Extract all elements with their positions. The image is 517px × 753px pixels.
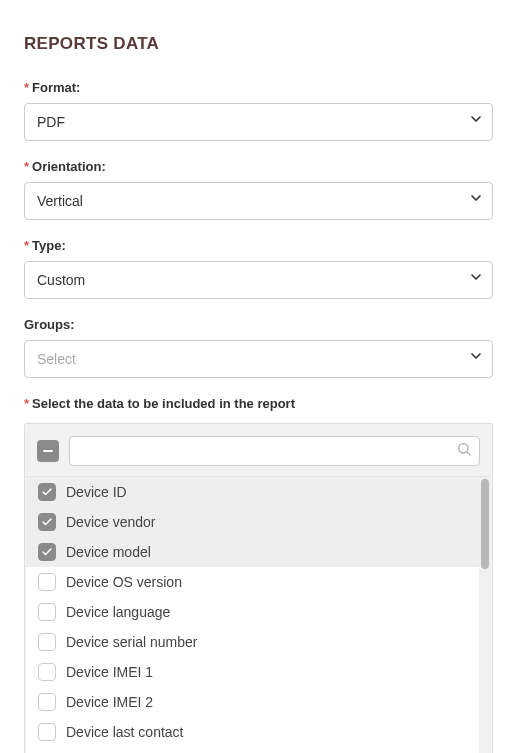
- list-item[interactable]: Device ID: [26, 477, 491, 507]
- list-item[interactable]: Device language: [26, 597, 491, 627]
- list-item[interactable]: Device vendor: [26, 507, 491, 537]
- format-label: *Format:: [24, 80, 493, 95]
- format-select[interactable]: PDF: [24, 103, 493, 141]
- list-item[interactable]: Device IMEI 1: [26, 657, 491, 687]
- checkbox[interactable]: [38, 573, 56, 591]
- svg-point-0: [459, 444, 468, 453]
- list-item[interactable]: Device model: [26, 537, 491, 567]
- type-label: *Type:: [24, 238, 493, 253]
- groups-select[interactable]: Select: [24, 340, 493, 378]
- checkbox[interactable]: [38, 663, 56, 681]
- chevron-down-icon: [468, 104, 484, 140]
- list-item-label: Device ID: [66, 484, 127, 500]
- toggle-all-checkbox[interactable]: [37, 440, 59, 462]
- list-item[interactable]: Device last contact (days): [26, 747, 491, 753]
- type-value: Custom: [37, 272, 85, 288]
- search-input[interactable]: [69, 436, 480, 466]
- field-type: *Type: Custom: [24, 238, 493, 299]
- list-item-label: Device IMEI 1: [66, 664, 153, 680]
- search-wrap: [69, 436, 480, 466]
- checkbox[interactable]: [38, 483, 56, 501]
- data-select-label: *Select the data to be included in the r…: [24, 396, 493, 411]
- list-item[interactable]: Device serial number: [26, 627, 491, 657]
- list-item-label: Device IMEI 2: [66, 694, 153, 710]
- checkbox[interactable]: [38, 693, 56, 711]
- field-groups: Groups: Select: [24, 317, 493, 378]
- groups-value: Select: [37, 351, 76, 367]
- chevron-down-icon: [468, 341, 484, 377]
- indeterminate-icon: [43, 450, 53, 453]
- svg-line-1: [467, 452, 470, 455]
- list-item-label: Device vendor: [66, 514, 156, 530]
- scroll-thumb[interactable]: [481, 479, 489, 569]
- field-format: *Format: PDF: [24, 80, 493, 141]
- scrollbar[interactable]: [479, 477, 491, 753]
- list-item[interactable]: Device last contact: [26, 717, 491, 747]
- data-list: Device IDDevice vendorDevice modelDevice…: [26, 476, 491, 753]
- list-item-label: Device model: [66, 544, 151, 560]
- type-select[interactable]: Custom: [24, 261, 493, 299]
- orientation-label: *Orientation:: [24, 159, 493, 174]
- checkbox[interactable]: [38, 723, 56, 741]
- field-orientation: *Orientation: Vertical: [24, 159, 493, 220]
- data-panel-header: [25, 424, 492, 476]
- format-value: PDF: [37, 114, 65, 130]
- list-item[interactable]: Device OS version: [26, 567, 491, 597]
- orientation-value: Vertical: [37, 193, 83, 209]
- checkbox[interactable]: [38, 543, 56, 561]
- list-item-label: Device language: [66, 604, 170, 620]
- checkbox[interactable]: [38, 633, 56, 651]
- chevron-down-icon: [468, 183, 484, 219]
- checkbox[interactable]: [38, 603, 56, 621]
- list-item[interactable]: Device IMEI 2: [26, 687, 491, 717]
- list-item-label: Device serial number: [66, 634, 198, 650]
- section-title: REPORTS DATA: [24, 34, 493, 54]
- data-select-panel: Device IDDevice vendorDevice modelDevice…: [24, 423, 493, 753]
- checkbox[interactable]: [38, 513, 56, 531]
- list-item-label: Device OS version: [66, 574, 182, 590]
- chevron-down-icon: [468, 262, 484, 298]
- search-icon: [456, 441, 472, 461]
- groups-label: Groups:: [24, 317, 493, 332]
- orientation-select[interactable]: Vertical: [24, 182, 493, 220]
- list-item-label: Device last contact: [66, 724, 184, 740]
